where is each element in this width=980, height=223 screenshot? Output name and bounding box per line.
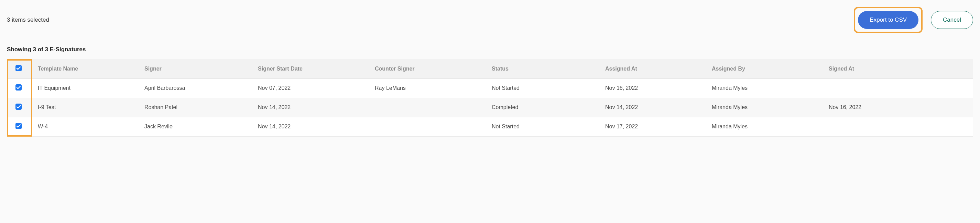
cell-assigned-by: Miranda Myles xyxy=(704,98,821,117)
cell-signer: April Barbarossa xyxy=(137,78,250,98)
select-all-checkbox[interactable] xyxy=(15,65,22,72)
cell-status: Not Started xyxy=(484,117,598,136)
row-checkbox[interactable] xyxy=(15,84,22,91)
row-checkbox-cell xyxy=(7,117,30,136)
selection-count: 3 items selected xyxy=(7,16,49,23)
cancel-button[interactable]: Cancel xyxy=(931,11,973,29)
cell-counter-signer: Ray LeMans xyxy=(367,78,484,98)
table-row: I-9 TestRoshan PatelNov 14, 2022Complete… xyxy=(7,98,973,117)
button-group: Export to CSV Cancel xyxy=(854,7,973,33)
col-counter-signer: Counter Signer xyxy=(367,59,484,78)
col-status: Status xyxy=(484,59,598,78)
cell-signer-start-date: Nov 07, 2022 xyxy=(250,78,367,98)
results-summary: Showing 3 of 3 E-Signatures xyxy=(7,46,973,53)
col-signer: Signer xyxy=(137,59,250,78)
cell-signer: Jack Revilo xyxy=(137,117,250,136)
cell-assigned-at: Nov 14, 2022 xyxy=(598,98,704,117)
cell-status: Completed xyxy=(484,98,598,117)
header-checkbox-cell xyxy=(7,59,30,78)
row-checkbox[interactable] xyxy=(15,123,22,129)
cell-template-name: W-4 xyxy=(30,117,137,136)
row-checkbox-cell xyxy=(7,78,30,98)
cell-assigned-by: Miranda Myles xyxy=(704,117,821,136)
cell-assigned-by: Miranda Myles xyxy=(704,78,821,98)
cell-template-name: IT Equipment xyxy=(30,78,137,98)
cell-signed-at xyxy=(821,78,973,98)
cell-signer-start-date: Nov 14, 2022 xyxy=(250,98,367,117)
cell-counter-signer xyxy=(367,98,484,117)
export-highlight: Export to CSV xyxy=(854,7,923,33)
col-signed-at: Signed At xyxy=(821,59,973,78)
cell-signer-start-date: Nov 14, 2022 xyxy=(250,117,367,136)
table-row: IT EquipmentApril BarbarossaNov 07, 2022… xyxy=(7,78,973,98)
table-row: W-4Jack ReviloNov 14, 2022Not StartedNov… xyxy=(7,117,973,136)
esignatures-table-wrap: Template Name Signer Signer Start Date C… xyxy=(7,59,973,137)
cell-signed-at: Nov 16, 2022 xyxy=(821,98,973,117)
esignatures-table: Template Name Signer Signer Start Date C… xyxy=(7,59,973,137)
row-checkbox-cell xyxy=(7,98,30,117)
col-signer-start-date: Signer Start Date xyxy=(250,59,367,78)
cell-assigned-at: Nov 17, 2022 xyxy=(598,117,704,136)
top-bar: 3 items selected Export to CSV Cancel xyxy=(7,7,973,33)
cell-assigned-at: Nov 16, 2022 xyxy=(598,78,704,98)
cell-signed-at xyxy=(821,117,973,136)
col-assigned-by: Assigned By xyxy=(704,59,821,78)
cell-status: Not Started xyxy=(484,78,598,98)
col-template-name: Template Name xyxy=(30,59,137,78)
export-to-csv-button[interactable]: Export to CSV xyxy=(858,11,918,29)
cell-counter-signer xyxy=(367,117,484,136)
cell-signer: Roshan Patel xyxy=(137,98,250,117)
row-checkbox[interactable] xyxy=(15,103,22,110)
table-header-row: Template Name Signer Signer Start Date C… xyxy=(7,59,973,78)
col-assigned-at: Assigned At xyxy=(598,59,704,78)
cell-template-name: I-9 Test xyxy=(30,98,137,117)
